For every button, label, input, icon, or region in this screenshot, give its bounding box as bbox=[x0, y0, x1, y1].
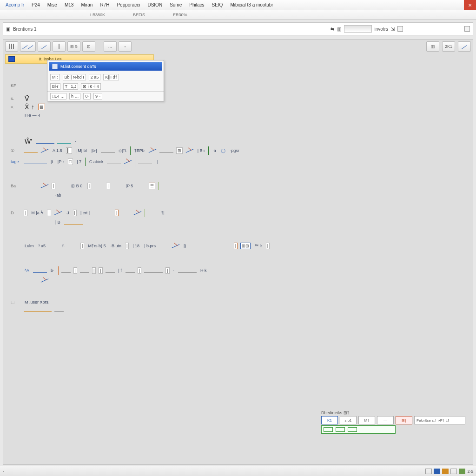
glyph-box-icon: ⊞⊞ bbox=[240, 243, 251, 249]
menu-5[interactable]: R7H bbox=[96, 1, 113, 8]
glyph: | B bbox=[54, 219, 61, 225]
segment-icon bbox=[61, 268, 71, 273]
menu-1[interactable]: P24 bbox=[28, 1, 44, 8]
menu-9[interactable]: Philacs bbox=[185, 1, 208, 8]
prop-cell-wide[interactable]: Feloritse s.† r·P† t.f bbox=[414, 416, 465, 424]
menu-2[interactable]: Mise bbox=[44, 1, 61, 8]
status-left: · bbox=[3, 469, 4, 474]
segment-icon bbox=[107, 159, 121, 164]
scribble-icon bbox=[124, 158, 132, 165]
content-row-4: Ba | ⊞ B 0· | | |P 5 ☰ bbox=[11, 182, 465, 190]
status-chip-icon[interactable] bbox=[442, 469, 449, 474]
status-chip-icon[interactable] bbox=[450, 469, 457, 474]
tab-4[interactable]: BEFIS bbox=[128, 12, 150, 18]
tool-small-a[interactable]: … bbox=[104, 41, 117, 52]
segment-icon bbox=[36, 139, 54, 144]
glyph: ·a bbox=[212, 147, 217, 154]
tool-vbar[interactable] bbox=[53, 41, 66, 52]
status-chip-icon[interactable] bbox=[459, 469, 465, 474]
glyph-box-icon: | bbox=[106, 183, 110, 189]
tool-small-b[interactable]: ▫ bbox=[119, 41, 132, 52]
menu-3[interactable]: M13 bbox=[61, 1, 77, 8]
popup-cell: K∥I d† bbox=[103, 74, 119, 80]
header-action-c-icon[interactable] bbox=[464, 26, 470, 32]
menu-app[interactable]: Acomp fr bbox=[2, 1, 28, 8]
glyph: ◯ bbox=[220, 147, 226, 154]
tool-arrow[interactable] bbox=[458, 41, 471, 52]
glyph: A 1.8 bbox=[52, 147, 63, 154]
scribble-icon bbox=[133, 209, 142, 217]
scribble-icon bbox=[54, 209, 62, 217]
glyph: ·B·utn bbox=[109, 243, 122, 249]
glyph: |P 5 bbox=[125, 183, 134, 189]
header-action-a-icon[interactable]: ⇲ bbox=[391, 26, 395, 32]
segment-icon bbox=[178, 268, 197, 273]
glyph: | 7 bbox=[76, 159, 82, 165]
properties-panel: Dbedirteiks ⊞† K1 s o1 M† — ⊞| Feloritse… bbox=[321, 410, 465, 434]
tool-grid[interactable]: ⊞ 5 bbox=[67, 41, 80, 52]
window-close-button[interactable]: ✕ bbox=[464, 0, 476, 10]
glyph-box-icon: | bbox=[234, 243, 238, 249]
search-prev-icon[interactable]: ⇆ bbox=[331, 26, 334, 32]
glyph-box-icon: □ bbox=[68, 159, 73, 165]
glyph: H·a — ·I bbox=[24, 112, 41, 119]
segment-icon bbox=[190, 244, 204, 248]
tool-chart[interactable]: ▥ bbox=[426, 41, 439, 52]
content-footer-seg bbox=[11, 307, 465, 312]
tab-6[interactable] bbox=[211, 14, 220, 16]
status-chip-icon[interactable] bbox=[434, 469, 440, 474]
tab-5[interactable]: ER30% bbox=[168, 12, 192, 18]
prop-cell[interactable]: M† bbox=[358, 416, 375, 424]
search-input[interactable] bbox=[344, 25, 372, 33]
tool-num[interactable]: 2K1 bbox=[442, 41, 455, 52]
status-chip-icon[interactable] bbox=[425, 469, 432, 474]
workspace: ⊞ 5 ⊡ … ▫ ▥ 2K1 It. insbe Les M.list.con… bbox=[3, 39, 473, 465]
prop-cell[interactable]: — bbox=[377, 416, 394, 424]
tool-histogram[interactable] bbox=[5, 41, 18, 52]
prop-chip-icon bbox=[324, 427, 333, 432]
prop-cell[interactable]: ⊞| bbox=[396, 416, 412, 424]
properties-row-2[interactable] bbox=[321, 425, 396, 434]
menu-10[interactable]: SEIQ bbox=[208, 1, 227, 8]
content-row-9: ᴬA b· | | | | f | | · H·k bbox=[11, 266, 465, 275]
tool-lines[interactable] bbox=[20, 41, 36, 52]
tool-curve[interactable] bbox=[38, 41, 51, 52]
popup-item-icon bbox=[52, 64, 58, 69]
tab-1[interactable] bbox=[30, 14, 39, 16]
prop-cell[interactable]: K1 bbox=[321, 416, 338, 424]
menu-8[interactable]: Sume bbox=[166, 1, 185, 8]
menu-7[interactable]: DSION bbox=[144, 1, 166, 8]
prop-cell[interactable]: s o1 bbox=[340, 416, 357, 424]
menu-4[interactable]: Miran bbox=[77, 1, 96, 8]
segment-icon bbox=[148, 211, 157, 215]
popup-selected-item[interactable]: M.list.consent oaTs bbox=[49, 62, 162, 71]
tab-3[interactable]: LB380K bbox=[86, 12, 110, 18]
segment-icon bbox=[94, 184, 103, 188]
popup-row-1[interactable]: M : Bb | N·bd I 2 a5 K∥I d† bbox=[47, 73, 164, 82]
row-label: s. bbox=[11, 96, 21, 101]
glyph: Ŵ' bbox=[24, 138, 33, 145]
segment-icon bbox=[101, 148, 115, 153]
toolbar: ⊞ 5 ⊡ … ▫ ▥ 2K1 bbox=[3, 40, 473, 53]
tool-misc[interactable]: ⊡ bbox=[82, 41, 95, 52]
vline-icon bbox=[145, 209, 145, 217]
scribble-icon bbox=[40, 182, 49, 190]
scribble-icon bbox=[40, 277, 49, 284]
glyph-box-icon: | bbox=[165, 267, 169, 274]
glyph-box-icon: | bbox=[92, 267, 96, 274]
row-label: =. bbox=[11, 105, 21, 109]
glyph-box-icon: | bbox=[125, 243, 129, 249]
search-mode-icon[interactable]: ▥ bbox=[337, 26, 341, 32]
menu-6[interactable]: Pepporacci bbox=[113, 1, 144, 8]
segment-icon bbox=[93, 211, 112, 215]
menu-11[interactable]: Mibicial t3 a mootubr bbox=[226, 1, 277, 8]
glyph: Lulm bbox=[24, 243, 35, 249]
tab-0[interactable] bbox=[2, 14, 11, 16]
tab-2[interactable] bbox=[58, 14, 67, 16]
header-action-b-icon[interactable] bbox=[397, 26, 403, 32]
glyph: ³ a5 bbox=[38, 243, 47, 249]
menu-bar: Acomp fr P24 Mise M13 Miran R7H Pepporac… bbox=[0, 0, 476, 10]
glyph: Ṽ bbox=[24, 95, 30, 102]
glyph-box-icon: ▎ bbox=[66, 147, 72, 154]
row-label: ① bbox=[11, 148, 21, 153]
